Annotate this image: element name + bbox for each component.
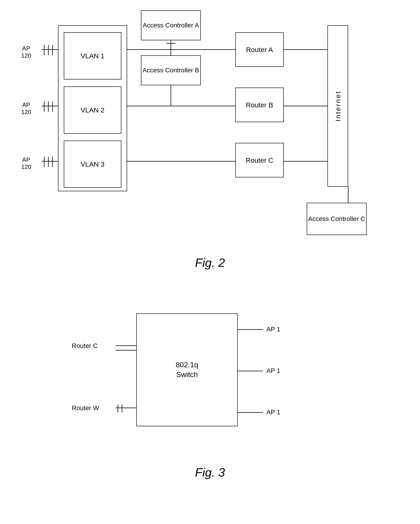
fig2-caption: Fig. 2 <box>9 256 411 270</box>
ap1-top-label: AP 1 <box>266 326 280 333</box>
ap3-label: AP 120 <box>21 156 31 171</box>
router-b-box: Router B <box>235 87 284 122</box>
ap1-mid-label: AP 1 <box>266 367 280 375</box>
ap1-label: AP 120 <box>21 45 31 59</box>
access-controller-b-box: Access Controller B <box>141 55 201 85</box>
switch-box: 802.1qSwitch <box>136 313 238 426</box>
access-controller-c-box: Access Controller C <box>307 203 367 235</box>
ap2-label: AP 120 <box>21 101 31 116</box>
router-c-box: Router C <box>235 143 284 177</box>
ap1-bot-label: AP 1 <box>266 409 280 416</box>
fig3-caption: Fig. 3 <box>9 465 411 479</box>
fig3-diagram: Router C Router W 802.1qSwitch AP 1 AP 1… <box>49 283 371 463</box>
internet-box: Internet <box>327 25 348 187</box>
router-w-label: Router W <box>72 404 99 412</box>
router-a-box: Router A <box>235 32 284 67</box>
vlan1-box: VLAN 1 <box>64 32 121 79</box>
access-controller-a-box: Access Controller A <box>141 10 201 40</box>
fig2-diagram: AP 120 AP 120 AP 120 VLAN 1 VLAN 2 VLAN … <box>14 9 406 251</box>
vlan3-box: VLAN 3 <box>64 140 121 188</box>
router-c-label: Router C <box>72 342 98 349</box>
vlan2-box: VLAN 2 <box>64 87 121 134</box>
